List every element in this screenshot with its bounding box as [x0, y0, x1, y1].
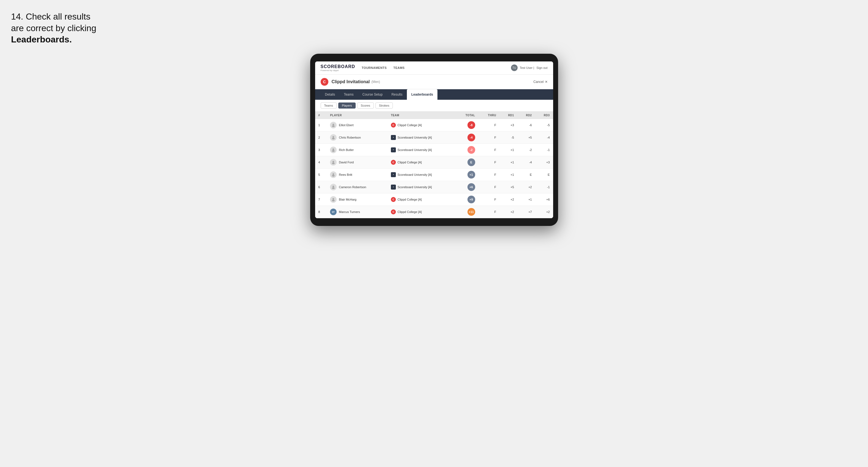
rank-cell: 1: [315, 119, 327, 131]
col-rd3: RD3: [535, 112, 553, 119]
table-row: 6Cameron Robertson≡Scoreboard University…: [315, 181, 553, 193]
total-cell: -2: [455, 144, 478, 156]
svg-point-1: [332, 125, 335, 127]
score-badge: +9: [467, 196, 475, 203]
tab-details[interactable]: Details: [321, 89, 340, 100]
thru-cell: F: [478, 181, 500, 193]
rd1-cell: +2: [499, 206, 517, 218]
player-avatar: [330, 184, 337, 190]
thru-cell: F: [478, 206, 500, 218]
filter-teams[interactable]: Teams: [321, 102, 337, 108]
score-badge: -8: [467, 121, 475, 129]
nav-tournaments[interactable]: TOURNAMENTS: [362, 65, 387, 70]
total-cell: +6: [455, 181, 478, 193]
team-name: Clippd College [A]: [398, 161, 422, 164]
filter-players[interactable]: Players: [338, 102, 355, 108]
tab-results[interactable]: Results: [387, 89, 407, 100]
total-cell: E: [455, 156, 478, 168]
team-logo: C: [391, 123, 396, 128]
rank-cell: 4: [315, 156, 327, 168]
player-name: Marcus Turners: [339, 210, 360, 214]
score-badge: -4: [467, 134, 475, 141]
team-logo: ≡: [391, 147, 396, 152]
tab-teams[interactable]: Teams: [339, 89, 358, 100]
player-cell: David Ford: [327, 156, 388, 168]
total-cell: -8: [455, 119, 478, 131]
table-container: # PLAYER TEAM TOTAL THRU RD1 RD2 RD3 1El…: [315, 112, 553, 218]
rank-cell: 6: [315, 181, 327, 193]
score-badge: +1: [467, 171, 475, 179]
user-label: Test User |: [520, 66, 534, 69]
col-player: PLAYER: [327, 112, 388, 119]
team-cell: CClippd College [A]: [388, 193, 455, 206]
tab-course-setup[interactable]: Course Setup: [358, 89, 387, 100]
player-cell: Rich Butler: [327, 144, 388, 156]
rd2-cell: +1: [517, 193, 535, 206]
player-name: Rich Butler: [339, 148, 354, 152]
tab-bar: Details Teams Course Setup Results Leade…: [315, 89, 553, 100]
team-name: Scoreboard University [A]: [398, 185, 432, 189]
player-name: Cameron Robertson: [339, 185, 366, 189]
player-name: Blair McHarg: [339, 198, 356, 201]
rd1-cell: +2: [499, 193, 517, 206]
nav-right: TU Test User | Sign out: [511, 64, 548, 71]
player-avatar: [330, 134, 337, 141]
rd2-cell: -4: [517, 156, 535, 168]
nav-teams[interactable]: TEAMS: [393, 65, 405, 70]
tournament-type: (Men): [371, 80, 380, 84]
nav-links: TOURNAMENTS TEAMS: [362, 65, 511, 70]
svg-point-6: [333, 161, 334, 162]
team-cell: ≡Scoreboard University [A]: [388, 181, 455, 193]
svg-point-2: [333, 136, 334, 138]
team-name: Clippd College [A]: [398, 123, 422, 127]
player-name: David Ford: [339, 161, 354, 164]
filter-strokes[interactable]: Strokes: [375, 102, 393, 108]
table-row: 7Blair McHargCClippd College [A]+9F+2+1+…: [315, 193, 553, 206]
rd3-cell: +6: [535, 193, 553, 206]
team-name: Scoreboard University [A]: [398, 173, 432, 176]
rd2-cell: -2: [517, 144, 535, 156]
instruction-line1: 14. Check all results: [11, 11, 90, 22]
player-cell: Rees Britt: [327, 168, 388, 181]
rd1-cell: +1: [499, 168, 517, 181]
team-logo: C: [391, 197, 396, 202]
logo-sub: Powered by clippd: [321, 69, 355, 72]
team-name: Scoreboard University [A]: [398, 136, 432, 139]
table-row: 1Elliot EbertCClippd College [A]-8F+3-6-…: [315, 119, 553, 131]
leaderboard-table: # PLAYER TEAM TOTAL THRU RD1 RD2 RD3 1El…: [315, 112, 553, 218]
thru-cell: F: [478, 119, 500, 131]
thru-cell: F: [478, 144, 500, 156]
svg-text:MT: MT: [332, 211, 335, 213]
svg-point-5: [332, 150, 335, 152]
rd3-cell: -1: [535, 181, 553, 193]
instruction-block: 14. Check all results are correct by cli…: [11, 11, 121, 45]
thru-cell: F: [478, 131, 500, 144]
rank-cell: 3: [315, 144, 327, 156]
team-cell: ≡Scoreboard University [A]: [388, 144, 455, 156]
team-logo: ≡: [391, 172, 396, 177]
tournament-header: C Clippd Invitational (Men) Cancel ✕: [315, 75, 553, 89]
total-cell: +1: [455, 168, 478, 181]
team-name: Clippd College [A]: [398, 210, 422, 214]
player-cell: Elliot Ebert: [327, 119, 388, 131]
svg-point-3: [332, 138, 335, 139]
rd2-cell: E: [517, 168, 535, 181]
player-cell: Chris Robertson: [327, 131, 388, 144]
team-cell: CClippd College [A]: [388, 156, 455, 168]
rd3-cell: -4: [535, 131, 553, 144]
filter-scores[interactable]: Scores: [357, 102, 374, 108]
rd1-cell: +3: [499, 119, 517, 131]
player-name: Elliot Ebert: [339, 123, 353, 127]
tab-leaderboards[interactable]: Leaderboards: [407, 89, 437, 100]
svg-point-10: [333, 186, 334, 187]
total-cell: +11: [455, 206, 478, 218]
cancel-button[interactable]: Cancel ✕: [533, 80, 547, 84]
rd3-cell: E: [535, 168, 553, 181]
logo-area: SCOREBOARD Powered by clippd: [321, 64, 355, 72]
table-row: 3Rich Butler≡Scoreboard University [A]-2…: [315, 144, 553, 156]
player-cell: Cameron Robertson: [327, 181, 388, 193]
signout-link[interactable]: Sign out: [536, 66, 547, 69]
total-cell: +9: [455, 193, 478, 206]
svg-point-11: [332, 187, 335, 189]
rd2-cell: +7: [517, 206, 535, 218]
